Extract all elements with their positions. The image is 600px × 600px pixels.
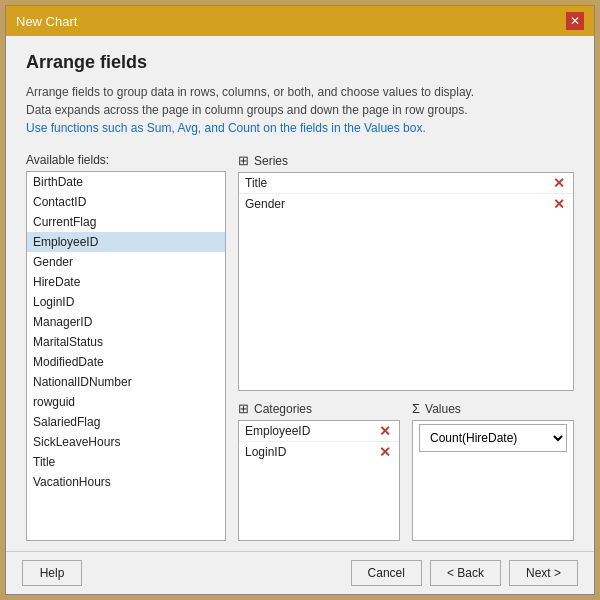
- description-text: Arrange fields to group data in rows, co…: [26, 83, 574, 137]
- list-item[interactable]: MaritalStatus: [27, 332, 225, 352]
- series-icon: ⊞: [238, 153, 249, 168]
- available-fields-list[interactable]: BirthDateContactIDCurrentFlagEmployeeIDG…: [26, 171, 226, 541]
- available-fields-label: Available fields:: [26, 153, 226, 167]
- series-label-text: Series: [254, 154, 288, 168]
- list-item[interactable]: VacationHours: [27, 472, 225, 492]
- desc-line2: Data expands across the page in column g…: [26, 103, 468, 117]
- values-section: Σ Values Count(HireDate)Sum(HireDate)Avg…: [412, 401, 574, 541]
- categories-icon: ⊞: [238, 401, 249, 416]
- footer-right: Cancel < Back Next >: [351, 560, 578, 586]
- list-item[interactable]: Gender: [27, 252, 225, 272]
- series-label: ⊞ Series: [238, 153, 574, 168]
- series-list: Title✕Gender✕: [238, 172, 574, 391]
- category-item-text: LoginID: [245, 445, 286, 459]
- next-button[interactable]: Next >: [509, 560, 578, 586]
- list-item[interactable]: HireDate: [27, 272, 225, 292]
- series-section: ⊞ Series Title✕Gender✕: [238, 153, 574, 391]
- series-remove-button[interactable]: ✕: [551, 176, 567, 190]
- dialog-body: Arrange fields Arrange fields to group d…: [6, 36, 594, 551]
- desc-line1: Arrange fields to group data in rows, co…: [26, 85, 474, 99]
- values-label-text: Values: [425, 402, 461, 416]
- list-item[interactable]: EmployeeID: [27, 232, 225, 252]
- categories-list: EmployeeID✕LoginID✕: [238, 420, 400, 541]
- series-item-text: Gender: [245, 197, 285, 211]
- page-heading: Arrange fields: [26, 52, 574, 73]
- available-fields-panel: Available fields: BirthDateContactIDCurr…: [26, 153, 226, 541]
- back-button[interactable]: < Back: [430, 560, 501, 586]
- categories-label-text: Categories: [254, 402, 312, 416]
- cancel-button[interactable]: Cancel: [351, 560, 422, 586]
- list-item[interactable]: BirthDate: [27, 172, 225, 192]
- list-item[interactable]: ManagerID: [27, 312, 225, 332]
- title-bar: New Chart ✕: [6, 6, 594, 36]
- values-icon: Σ: [412, 401, 420, 416]
- help-button[interactable]: Help: [22, 560, 82, 586]
- categories-row: EmployeeID✕: [239, 421, 399, 442]
- dialog: New Chart ✕ Arrange fields Arrange field…: [5, 5, 595, 595]
- footer-left: Help: [22, 560, 82, 586]
- list-item[interactable]: SalariedFlag: [27, 412, 225, 432]
- list-item[interactable]: rowguid: [27, 392, 225, 412]
- category-item-text: EmployeeID: [245, 424, 310, 438]
- series-remove-button[interactable]: ✕: [551, 197, 567, 211]
- list-item[interactable]: CurrentFlag: [27, 212, 225, 232]
- list-item[interactable]: SickLeaveHours: [27, 432, 225, 452]
- category-remove-button[interactable]: ✕: [377, 424, 393, 438]
- values-label: Σ Values: [412, 401, 574, 416]
- list-item[interactable]: Title: [27, 452, 225, 472]
- values-row: Count(HireDate)Sum(HireDate)Avg(HireDate…: [413, 421, 573, 455]
- bottom-sections: ⊞ Categories EmployeeID✕LoginID✕ Σ Value…: [238, 401, 574, 541]
- values-select[interactable]: Count(HireDate)Sum(HireDate)Avg(HireDate…: [419, 424, 567, 452]
- categories-section: ⊞ Categories EmployeeID✕LoginID✕: [238, 401, 400, 541]
- close-button[interactable]: ✕: [566, 12, 584, 30]
- series-item-text: Title: [245, 176, 267, 190]
- values-list[interactable]: Count(HireDate)Sum(HireDate)Avg(HireDate…: [412, 420, 574, 541]
- series-row: Gender✕: [239, 194, 573, 214]
- desc-line3: Use functions such as Sum, Avg, and Coun…: [26, 121, 426, 135]
- dialog-footer: Help Cancel < Back Next >: [6, 551, 594, 594]
- categories-label: ⊞ Categories: [238, 401, 400, 416]
- list-item[interactable]: LoginID: [27, 292, 225, 312]
- list-item[interactable]: ModifiedDate: [27, 352, 225, 372]
- categories-row: LoginID✕: [239, 442, 399, 462]
- main-area: Available fields: BirthDateContactIDCurr…: [26, 153, 574, 541]
- list-item[interactable]: NationalIDNumber: [27, 372, 225, 392]
- right-panel: ⊞ Series Title✕Gender✕ ⊞ Categories Empl…: [238, 153, 574, 541]
- list-item[interactable]: ContactID: [27, 192, 225, 212]
- dialog-title: New Chart: [16, 14, 77, 29]
- category-remove-button[interactable]: ✕: [377, 445, 393, 459]
- series-row: Title✕: [239, 173, 573, 194]
